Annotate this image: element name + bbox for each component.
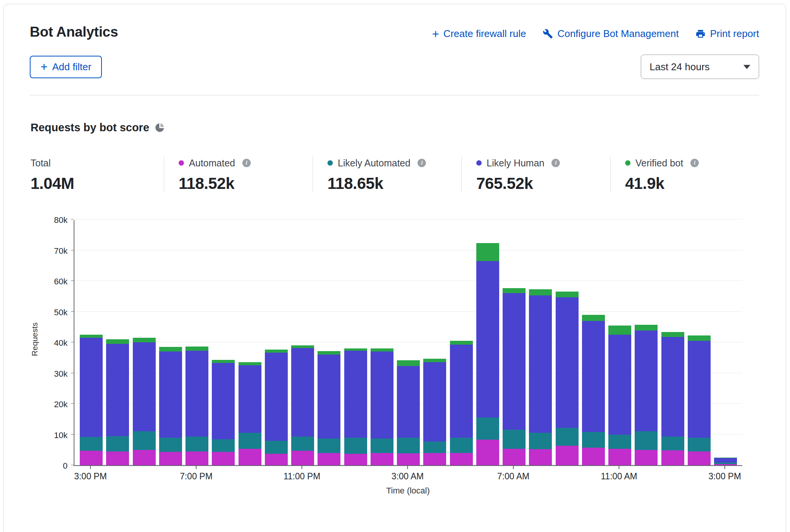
bar-segment-automated <box>608 449 631 465</box>
bar-segment-verified-bot <box>688 335 711 341</box>
chart-bar <box>371 348 393 465</box>
time-range-select[interactable]: Last 24 hours <box>641 55 759 79</box>
bar-segment-likely-automated <box>450 438 473 453</box>
chart-bar <box>318 351 340 465</box>
legend-dot <box>327 160 333 166</box>
bar-segment-verified-bot <box>635 325 658 330</box>
bar-segment-likely-human <box>661 337 684 437</box>
bar-segment-automated <box>503 449 526 465</box>
header: Bot Analytics + Create firewall rule Con… <box>4 4 786 95</box>
stat-likely-human: Likely Human i 765.52k <box>461 157 610 193</box>
stats-row: Total 1.04M Automated i 118.52k Likely A… <box>31 157 759 193</box>
add-filter-label: Add filter <box>52 61 92 73</box>
bar-segment-automated <box>80 451 103 465</box>
section-title: Requests by bot score <box>31 121 149 134</box>
info-icon[interactable]: i <box>551 159 560 167</box>
bar-segment-verified-bot <box>371 348 393 351</box>
y-tick <box>71 373 74 373</box>
chart-bar <box>397 360 420 465</box>
y-axis-label: 80k <box>54 215 68 225</box>
bar-segment-likely-human <box>582 321 605 432</box>
bar-segment-likely-automated <box>265 441 288 454</box>
print-report-link[interactable]: Print report <box>695 28 759 40</box>
y-axis-label: 70k <box>54 246 68 256</box>
chart-bar <box>239 362 261 465</box>
printer-icon <box>695 29 706 39</box>
x-axis: 3:00 PM7:00 PM11:00 PM3:00 AM7:00 AM11:0… <box>74 466 742 484</box>
create-firewall-rule-label: Create firewall rule <box>443 28 526 40</box>
bar-segment-automated <box>371 453 393 465</box>
chart-bar <box>476 243 499 465</box>
stat-likely-human-value: 765.52k <box>476 174 610 193</box>
bar-segment-automated <box>529 449 552 465</box>
bar-segment-automated <box>714 464 737 465</box>
y-axis-label: 50k <box>54 308 68 318</box>
x-tick <box>90 466 91 469</box>
bar-segment-verified-bot <box>556 292 579 297</box>
stat-verified-bot-label: Verified bot <box>635 158 683 169</box>
x-axis-label: 3:00 PM <box>74 471 107 482</box>
bar-segment-automated <box>318 453 340 465</box>
bar-segment-verified-bot <box>106 339 129 344</box>
y-axis-label: 10k <box>54 430 68 440</box>
x-axis-title: Time (local) <box>74 486 742 496</box>
bar-segment-automated <box>265 454 288 465</box>
bar-segment-verified-bot <box>450 341 473 345</box>
bar-segment-verified-bot <box>608 326 631 335</box>
bar-segment-automated <box>106 451 129 465</box>
bar-segment-likely-automated <box>476 418 499 440</box>
legend-dot <box>179 160 184 166</box>
chart-bar <box>556 292 579 465</box>
bar-segment-likely-human <box>450 345 473 437</box>
info-icon[interactable]: i <box>242 159 251 167</box>
add-filter-button[interactable]: + Add filter <box>30 56 102 78</box>
bar-segment-likely-automated <box>80 437 103 451</box>
bar-segment-automated <box>159 452 182 465</box>
x-axis-label: 3:00 PM <box>708 471 741 482</box>
bar-segment-likely-human <box>556 297 579 428</box>
bar-segment-automated <box>476 440 499 465</box>
chart-bar <box>212 360 235 465</box>
time-range-value: Last 24 hours <box>650 61 710 73</box>
bar-segment-likely-human <box>106 344 129 436</box>
y-tick <box>71 403 74 404</box>
x-tick <box>513 466 514 469</box>
chart-bar <box>344 348 367 465</box>
bar-segment-likely-human <box>688 341 711 438</box>
y-tick <box>71 311 74 312</box>
bar-segment-likely-automated <box>344 438 367 454</box>
bar-segment-likely-automated <box>397 438 420 454</box>
bar-segment-verified-bot <box>529 289 552 295</box>
bar-segment-likely-automated <box>212 439 235 452</box>
create-firewall-rule-link[interactable]: + Create firewall rule <box>432 28 526 40</box>
bar-segment-likely-automated <box>106 436 129 451</box>
info-icon[interactable]: i <box>690 159 699 167</box>
y-tick <box>71 281 74 281</box>
chart-bar <box>80 335 103 465</box>
x-tick <box>196 466 197 469</box>
chart-bar <box>661 332 684 465</box>
configure-bot-management-link[interactable]: Configure Bot Management <box>543 28 679 40</box>
bar-segment-likely-human <box>80 338 103 437</box>
stat-automated-value: 118.52k <box>179 174 313 193</box>
bar-segment-automated <box>397 453 420 465</box>
bar-segment-automated <box>423 453 446 465</box>
bar-segment-verified-bot <box>133 338 156 342</box>
bar-segment-verified-bot <box>423 359 446 363</box>
chart-bar <box>450 341 473 465</box>
chart-bar <box>291 345 314 465</box>
bar-segment-verified-bot <box>318 351 340 355</box>
bar-segment-automated <box>185 451 208 465</box>
bar-segment-likely-human <box>159 351 182 437</box>
info-icon[interactable]: i <box>418 159 426 167</box>
bar-segment-automated <box>688 451 711 465</box>
y-axis-label: 0 <box>63 461 68 471</box>
x-tick <box>724 466 725 469</box>
stat-verified-bot: Verified bot i 41.9k <box>610 157 759 193</box>
bar-segment-automated <box>556 446 579 465</box>
bar-segment-automated <box>133 450 156 465</box>
bar-segment-likely-human <box>529 295 552 433</box>
bot-analytics-card: Bot Analytics + Create firewall rule Con… <box>3 4 786 532</box>
y-tick <box>71 434 74 435</box>
bar-segment-verified-bot <box>661 332 684 337</box>
